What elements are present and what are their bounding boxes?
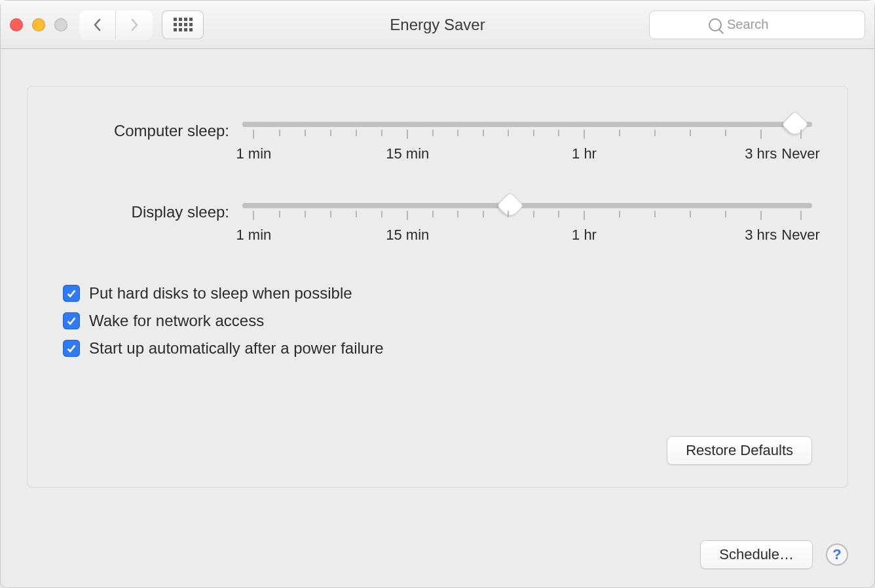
wake-network-label: Wake for network access — [89, 312, 264, 330]
tick-minor — [690, 130, 691, 136]
tick-minor — [432, 130, 434, 136]
slider-ticks — [242, 130, 812, 141]
slider-tick-label: 15 min — [386, 145, 429, 162]
display-sleep-label: Display sleep: — [63, 203, 242, 221]
computer-sleep-row: Computer sleep: 1 min15 min1 hr3 hrsNeve… — [63, 122, 812, 164]
tick-major — [800, 211, 802, 220]
chevron-right-icon — [129, 17, 140, 33]
slider-tick-label: 3 hrs — [745, 145, 777, 162]
tick-minor — [432, 211, 434, 217]
slider-track — [242, 203, 812, 208]
auto-start-label: Start up automatically after a power fai… — [89, 339, 384, 358]
hard-disks-checkbox-row[interactable]: Put hard disks to sleep when possible — [63, 284, 812, 303]
tick-minor — [654, 211, 656, 217]
schedule-button[interactable]: Schedule… — [700, 540, 813, 569]
tick-major — [760, 130, 762, 139]
tick-major — [584, 130, 585, 139]
energy-saver-window: Energy Saver Computer sleep: 1 min15 min… — [0, 0, 875, 588]
tick-minor — [619, 130, 620, 136]
slider-tick-label: 1 hr — [572, 227, 597, 244]
tick-minor — [279, 211, 280, 217]
restore-row: Restore Defaults — [63, 436, 812, 465]
back-button[interactable] — [79, 10, 116, 39]
tick-minor — [457, 211, 458, 217]
checkbox-group: Put hard disks to sleep when possible Wa… — [63, 284, 812, 358]
slider-tick-label: 1 hr — [572, 145, 597, 162]
slider-tick-label: 1 min — [236, 227, 271, 244]
display-sleep-slider[interactable]: 1 min15 min1 hr3 hrsNever — [242, 203, 812, 245]
settings-panel: Computer sleep: 1 min15 min1 hr3 hrsNeve… — [27, 86, 848, 488]
tick-minor — [279, 130, 280, 136]
slider-tick-label: 3 hrs — [745, 227, 777, 244]
checkbox-checked-icon[interactable] — [63, 285, 80, 302]
checkmark-icon — [65, 342, 77, 354]
tick-minor — [381, 211, 382, 217]
display-sleep-row: Display sleep: 1 min15 min1 hr3 hrsNever — [63, 203, 812, 245]
tick-minor — [619, 211, 620, 217]
footer-row: Schedule… ? — [27, 521, 848, 569]
slider-labels: 1 min15 min1 hr3 hrsNever — [242, 145, 812, 164]
tick-minor — [356, 211, 357, 217]
tick-major — [760, 211, 762, 220]
chevron-left-icon — [92, 17, 103, 33]
tick-minor — [330, 130, 331, 136]
tick-minor — [533, 211, 534, 217]
tick-minor — [305, 130, 306, 136]
tick-major — [253, 211, 254, 220]
checkmark-icon — [65, 287, 77, 299]
tick-minor — [508, 211, 509, 217]
slider-tick-label: 15 min — [386, 227, 429, 244]
computer-sleep-slider[interactable]: 1 min15 min1 hr3 hrsNever — [242, 122, 812, 164]
wake-network-checkbox-row[interactable]: Wake for network access — [63, 312, 812, 330]
help-icon: ? — [832, 546, 841, 563]
minimize-window-icon[interactable] — [32, 18, 45, 31]
titlebar: Energy Saver — [1, 1, 874, 49]
tick-minor — [558, 211, 559, 217]
tick-minor — [483, 211, 484, 217]
nav-back-forward — [79, 10, 153, 39]
content-area: Computer sleep: 1 min15 min1 hr3 hrsNeve… — [1, 49, 874, 587]
tick-minor — [654, 130, 656, 136]
slider-labels: 1 min15 min1 hr3 hrsNever — [242, 227, 812, 245]
zoom-window-icon — [54, 18, 67, 31]
close-window-icon[interactable] — [10, 18, 23, 31]
checkmark-icon — [65, 315, 77, 327]
slider-tick-label: Never — [781, 227, 820, 244]
tick-minor — [725, 211, 726, 217]
help-button[interactable]: ? — [826, 543, 848, 566]
tick-minor — [330, 211, 331, 217]
tick-minor — [483, 130, 484, 136]
restore-defaults-button[interactable]: Restore Defaults — [667, 436, 812, 465]
checkbox-checked-icon[interactable] — [63, 340, 80, 357]
tick-minor — [305, 211, 306, 217]
slider-tick-label: Never — [781, 145, 820, 162]
slider-track — [242, 122, 812, 127]
tick-minor — [381, 130, 382, 136]
search-field[interactable] — [649, 10, 865, 39]
tick-minor — [508, 130, 509, 136]
slider-tick-label: 1 min — [236, 145, 271, 162]
tick-major — [407, 211, 408, 220]
computer-sleep-label: Computer sleep: — [63, 122, 242, 140]
tick-minor — [725, 130, 726, 136]
tick-major — [407, 130, 408, 139]
show-all-button[interactable] — [162, 10, 204, 39]
checkbox-checked-icon[interactable] — [63, 312, 80, 329]
tick-major — [253, 130, 254, 139]
tick-minor — [690, 211, 691, 217]
tick-minor — [533, 130, 534, 136]
slider-ticks — [242, 211, 812, 223]
grid-icon — [174, 18, 193, 31]
tick-major — [800, 130, 802, 139]
tick-major — [584, 211, 585, 220]
forward-button — [116, 10, 153, 39]
tick-minor — [558, 130, 559, 136]
auto-start-checkbox-row[interactable]: Start up automatically after a power fai… — [63, 339, 812, 358]
window-controls — [10, 18, 67, 31]
search-icon — [709, 18, 722, 31]
tick-minor — [356, 130, 357, 136]
tick-minor — [457, 130, 458, 136]
search-input[interactable] — [727, 17, 806, 32]
hard-disks-label: Put hard disks to sleep when possible — [89, 284, 352, 303]
